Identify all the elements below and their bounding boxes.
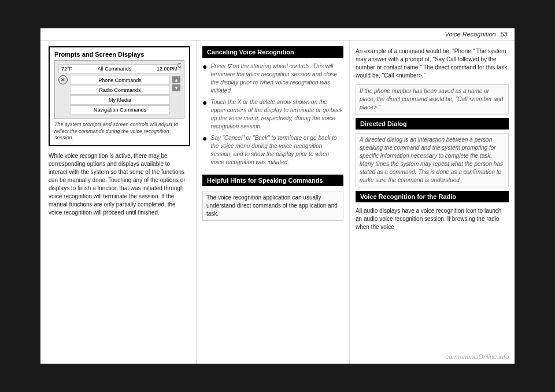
- screen-menus: Phone Commands Radio Commands My Media N…: [70, 75, 170, 115]
- screen-temp: 72°F: [61, 66, 72, 72]
- screen-display: 72°F All Commands 12:00PM ✕ Phone Comman…: [54, 60, 184, 119]
- bullet-dot-1: ●: [202, 62, 207, 71]
- screen-arrow-up[interactable]: ▲: [172, 76, 180, 83]
- screen-menu-nav[interactable]: Navigation Commands: [70, 105, 170, 114]
- radio-header: Voice Recognition for the Radio: [356, 191, 509, 202]
- screen-topbar: 72°F All Commands 12:00PM: [58, 64, 180, 73]
- screen-menu-phone[interactable]: Phone Commands: [70, 76, 170, 85]
- radio-text: All audio displays have a voice recognit…: [356, 206, 509, 232]
- left-body-text: While voice recognition is active, there…: [49, 152, 190, 217]
- bullet-text-1: Press ∇ on the steering wheel controls. …: [210, 62, 343, 95]
- directed-dialog-box: A directed dialog is an interaction betw…: [356, 133, 509, 187]
- header-page: 53: [501, 31, 508, 38]
- bullet-text-3: Say "Cancel" or "Back" to terminate or g…: [210, 134, 343, 167]
- left-column: Prompts and Screen Displays 72°F All Com…: [40, 40, 197, 364]
- bullets-list: ● Press ∇ on the steering wheel controls…: [202, 62, 343, 170]
- mid-column: Canceling Voice Recognition ● Press ∇ on…: [197, 40, 350, 364]
- content-area: Prompts and Screen Displays 72°F All Com…: [40, 40, 515, 364]
- bullet-item-2: ● Touch the X or the delete arrow shown …: [202, 98, 343, 131]
- right-column: An example of a command would be, "Phone…: [350, 40, 515, 364]
- screen-arrows: ▲ ▼: [172, 76, 180, 91]
- header-title: Voice Recognition: [445, 31, 495, 38]
- header-bar: Voice Recognition 53: [40, 28, 515, 40]
- hints-box: The voice recognition application can us…: [202, 191, 343, 221]
- screen-caption: The system prompts and screen controls w…: [54, 121, 184, 142]
- c-icon: C: [177, 62, 182, 69]
- screen-time: 12:00PM: [157, 66, 177, 72]
- screen-menu-radio[interactable]: Radio Commands: [70, 86, 170, 95]
- screen-menu-media[interactable]: My Media: [70, 95, 170, 105]
- right-intro-box-2: If the phone number has been saved as a …: [356, 84, 509, 114]
- bullet-dot-2: ●: [202, 98, 207, 106]
- bullet-dot-3: ●: [202, 134, 207, 142]
- hints-header: Helpful Hints for Speaking Commands: [202, 175, 343, 186]
- watermark: carmanualsOnline.info: [446, 353, 509, 360]
- hints-text: The voice recognition application can us…: [206, 194, 339, 218]
- bullet-text-2: Touch the X or the delete arrow shown on…: [210, 98, 343, 131]
- screen-all-commands: All Commands: [98, 66, 132, 72]
- right-intro-1: An example of a command would be, "Phone…: [356, 46, 509, 81]
- bullet-item-1: ● Press ∇ on the steering wheel controls…: [202, 62, 343, 95]
- canceling-header: Canceling Voice Recognition: [202, 46, 343, 58]
- directed-dialog-header: Directed Dialog: [356, 118, 509, 130]
- directed-dialog-text: A directed dialog is an interaction betw…: [360, 136, 505, 184]
- screen-arrow-down[interactable]: ▼: [172, 84, 180, 91]
- right-intro-2-text: If the phone number has been saved as a …: [360, 87, 505, 112]
- screen-row: ✕ Phone Commands Radio Commands My Media…: [58, 75, 180, 115]
- bullet-item-3: ● Say "Cancel" or "Back" to terminate or…: [202, 134, 343, 167]
- prompts-section-box: Prompts and Screen Displays 72°F All Com…: [49, 46, 190, 146]
- prompts-section-title: Prompts and Screen Displays: [54, 51, 184, 58]
- page-container: Voice Recognition 53 Prompts and Screen …: [40, 28, 515, 364]
- screen-close-button[interactable]: ✕: [58, 75, 68, 84]
